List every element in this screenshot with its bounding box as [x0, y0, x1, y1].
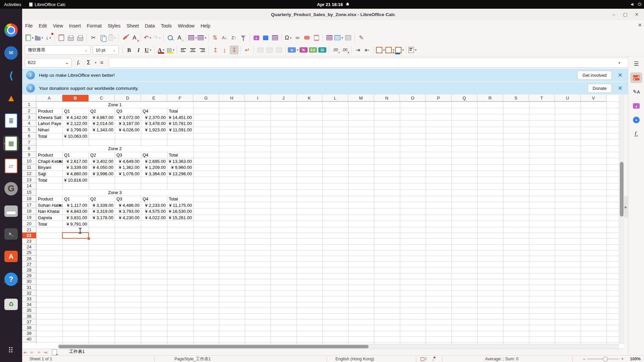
dock-item-libreoffice-writer[interactable]: ≣ — [3, 113, 19, 129]
print-preview-button[interactable] — [76, 34, 85, 42]
column-header-G[interactable]: G — [193, 95, 219, 102]
average-sum-status[interactable]: Average: ; Sum: 0 — [485, 356, 519, 362]
cell-D16[interactable]: Q3 — [115, 196, 141, 202]
font-color-button[interactable]: A▾ — [157, 46, 165, 54]
undo-button[interactable]: ↶▾ — [143, 34, 152, 42]
sort-descending-button[interactable]: Z↑ — [229, 34, 238, 42]
cell-F19[interactable]: ¥ 15,261.00 — [167, 215, 193, 221]
new-document-button[interactable]: ▾ — [25, 34, 34, 42]
column-header-K[interactable]: K — [297, 95, 322, 102]
cell-E18[interactable]: ¥ 4,575.00 — [141, 208, 167, 215]
row-header-4[interactable]: 4 — [22, 120, 36, 127]
dock-item-libreoffice-calc[interactable]: ▦ — [3, 135, 19, 152]
insert-image-button[interactable]: ▴ — [252, 34, 261, 42]
column-header-O[interactable]: O — [400, 95, 426, 102]
column-header-S[interactable]: S — [503, 95, 529, 102]
cell-A16[interactable]: Product — [37, 196, 62, 202]
row-header-23[interactable]: 23 — [22, 238, 36, 244]
row-header-31[interactable]: 31 — [22, 285, 36, 290]
chevron-down-icon[interactable]: ▾ — [150, 48, 151, 52]
row-header-27[interactable]: 27 — [22, 261, 36, 267]
cell-B16[interactable]: Q1 — [63, 196, 89, 202]
dock-item-google-chrome[interactable] — [3, 22, 19, 38]
cell-C12[interactable]: ¥ 3,996.00 — [89, 171, 115, 177]
row-button[interactable]: ▾ — [188, 34, 197, 42]
row-header-37[interactable]: 37 — [22, 319, 36, 325]
cell-A2[interactable]: Product — [37, 108, 62, 114]
horizontal-scrollbar-thumb[interactable] — [58, 345, 369, 348]
column-header-B[interactable]: B — [62, 95, 89, 102]
close-icon[interactable]: ✕ — [618, 72, 623, 79]
column-header-C[interactable]: C — [89, 95, 115, 102]
menu-help[interactable]: Help — [198, 21, 213, 30]
cell-F12[interactable]: ¥ 13,296.00 — [167, 171, 193, 177]
zoom-slider[interactable] — [587, 359, 619, 359]
row-header-39[interactable]: 39 — [22, 331, 36, 337]
menu-view[interactable]: View — [50, 21, 66, 30]
row-header-9[interactable]: 9 — [22, 152, 36, 158]
cell-A15[interactable]: Zone 3 — [37, 190, 193, 196]
zoom-out-button[interactable]: – — [583, 357, 585, 361]
cell-B10[interactable]: ¥ 2,617.00 — [63, 158, 89, 164]
print-button[interactable] — [66, 34, 75, 42]
cut-button[interactable]: ✂ — [89, 34, 98, 42]
cell-E11[interactable]: ¥ 1,209.00 — [141, 165, 167, 171]
borders-button[interactable]: ▾ — [376, 46, 385, 54]
formula-button[interactable]: = — [98, 58, 106, 67]
chevron-down-icon[interactable]: ▾ — [402, 48, 404, 52]
cell-B17[interactable]: ¥ 1,117.00 — [63, 202, 89, 208]
row-header-19[interactable]: 19 — [22, 215, 36, 221]
cell-D10[interactable]: ¥ 4,649.00 — [115, 158, 141, 164]
cell-C18[interactable]: ¥ 3,319.00 — [89, 208, 115, 215]
headers-and-footers-button[interactable] — [312, 34, 321, 42]
cell-C4[interactable]: ¥ 2,014.00 — [89, 121, 115, 127]
clear-formatting-button[interactable]: A⌀ — [130, 34, 139, 42]
cell-D18[interactable]: ¥ 3,793.00 — [115, 208, 141, 215]
column-header-F[interactable]: F — [167, 95, 193, 102]
last-sheet-button[interactable]: ⇥ — [43, 350, 47, 355]
cell-B18[interactable]: ¥ 4,843.00 — [63, 208, 89, 215]
column-header-J[interactable]: J — [271, 95, 297, 102]
underline-button[interactable]: U▾ — [144, 46, 152, 54]
cell-C9[interactable]: Q2 — [89, 152, 115, 158]
column-header-I[interactable]: I — [245, 95, 271, 102]
gallery-deck-button[interactable]: ▴ — [630, 101, 642, 111]
column-header-P[interactable]: P — [426, 95, 451, 102]
special-character-button[interactable]: Ω▾ — [284, 34, 292, 42]
cell-A3[interactable]: Khewra Salt — [37, 114, 62, 120]
cell-B2[interactable]: Q1 — [63, 108, 89, 114]
column-header-A[interactable]: A — [36, 95, 62, 102]
cell-F11[interactable]: ¥ 9,960.00 — [167, 165, 193, 171]
chevron-down-icon[interactable]: ▾ — [150, 36, 151, 40]
column-header-R[interactable]: R — [477, 95, 503, 102]
row-header-10[interactable]: 10 — [22, 158, 36, 164]
close-document-icon[interactable]: ✕ — [638, 22, 642, 28]
clock[interactable]: Apr 21 18:16 🔔︎ — [317, 0, 350, 9]
title-bar[interactable]: Quarterly_Product_Sales_by_Zone.xlsx - L… — [22, 9, 644, 20]
copy-button[interactable] — [98, 34, 107, 42]
italic-button[interactable]: I — [134, 46, 143, 54]
font-size-combo[interactable]: 10 pt⌄ — [93, 45, 119, 55]
cell-E16[interactable]: Q4 — [141, 196, 167, 202]
vertical-scrollbar-thumb[interactable] — [620, 162, 624, 217]
row-header-16[interactable]: 16 — [22, 196, 36, 202]
freeze-rows-and-columns-button[interactable]: ▾ — [334, 34, 343, 42]
row-header-24[interactable]: 24 — [22, 244, 36, 250]
cell-C3[interactable]: ¥ 4,867.00 — [89, 114, 115, 120]
first-sheet-button[interactable]: ⇤ — [23, 350, 28, 355]
column-button[interactable]: ▾ — [198, 34, 206, 42]
focused-app-menu[interactable]: LibreOffice Calc — [25, 0, 69, 9]
row-header-38[interactable]: 38 — [22, 325, 36, 330]
row-header-12[interactable]: 12 — [22, 171, 36, 177]
cell-E9[interactable]: Q4 — [141, 152, 167, 158]
column-header-V[interactable]: V — [581, 95, 606, 102]
autofilter-button[interactable] — [239, 34, 248, 42]
column-header-H[interactable]: H — [219, 95, 245, 102]
sheet-number-status[interactable]: Sheet 1 of 1 — [30, 356, 52, 362]
column-header-N[interactable]: N — [374, 95, 400, 102]
delete-decimal-place-button[interactable]: .00× — [340, 46, 349, 54]
format-as-currency-button[interactable]: ¤▾ — [288, 46, 299, 54]
navigator-deck-button[interactable]: ✦ — [630, 115, 642, 125]
expand-formula-bar-icon[interactable]: ▾ — [619, 61, 620, 65]
chevron-down-icon[interactable]: ▾ — [173, 48, 174, 52]
